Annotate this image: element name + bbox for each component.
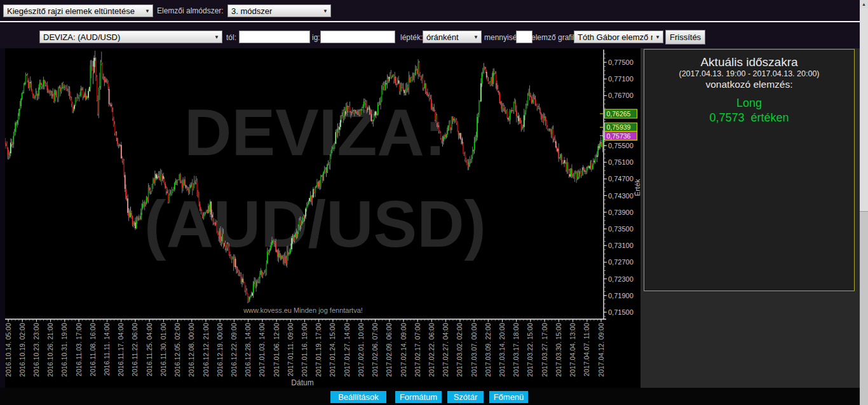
scale-dropdown-value: óránként xyxy=(426,32,459,42)
main-menu-button[interactable]: Főmenü xyxy=(489,391,528,403)
scale-label: lépték: xyxy=(400,33,423,43)
submethod-dropdown-value: 3. módszer xyxy=(231,6,272,16)
y-tick-label: 0,73500 xyxy=(608,225,634,233)
date-from-input[interactable] xyxy=(239,31,310,43)
chevron-down-icon: ▼ xyxy=(145,8,150,14)
x-tick-label: 2017.02.27. 04:00 xyxy=(442,323,449,377)
app-window: Kiegészítő rajzi elemek eltüntetése ▼ El… xyxy=(0,0,868,405)
submethod-dropdown[interactable]: 3. módszer ▼ xyxy=(227,4,331,17)
x-tick-label: 2017.01.27. 14:00 xyxy=(343,323,351,377)
analysis-title: Aktuális időszakra xyxy=(644,55,854,69)
x-tick-label: 2017.02.22. 06:00 xyxy=(428,323,435,377)
date-from-label: tól: xyxy=(226,33,236,43)
x-tick-label: 2017.04.07. 11:00 xyxy=(583,323,590,376)
x-tick-label: 2016.10.14. 05:00 xyxy=(5,323,12,377)
x-tick-label: 2017.03.30. 15:00 xyxy=(555,323,562,377)
x-tick-label: 2017.01.03. 14:00 xyxy=(258,323,266,377)
x-tick-label: 2016.10.19. 02:00 xyxy=(18,323,26,377)
x-tick-label: 2016.12.28. 14:00 xyxy=(244,323,252,377)
x-tick-label: 2017.03.22. 15:00 xyxy=(526,323,534,377)
price-marker-label: 0,75939 xyxy=(607,123,631,131)
scrollbar-thumb[interactable] xyxy=(860,8,868,212)
x-tick-label: 2016.12.19. 00:00 xyxy=(216,323,224,377)
analysis-panel: Aktuális időszakra (2017.04.13. 19:00 - … xyxy=(644,49,855,291)
x-tick-label: 2016.11.03. 17:00 xyxy=(75,323,83,376)
x-tick-label: 2017.04.04. 13:00 xyxy=(569,323,576,377)
quantity-input[interactable] xyxy=(516,31,532,43)
y-tick-label: 0,71900 xyxy=(608,292,634,299)
x-tick-label: 2017.02.06. 07:00 xyxy=(371,323,379,377)
y-tick-label: 0,72700 xyxy=(608,258,634,266)
x-tick-label: 2017.03.17. 18:00 xyxy=(512,323,520,377)
x-tick-label: 2017.01.24. 15:00 xyxy=(329,323,336,377)
y-tick-label: 0,75100 xyxy=(608,158,634,166)
format-button[interactable]: Formátum xyxy=(395,391,442,403)
x-tick-label: 2017.01.19. 17:00 xyxy=(315,323,322,377)
watermark-line-2: (AUD/USD) xyxy=(144,188,486,261)
candlestick-chart-canvas[interactable]: DEVIZA:(AUD/USD)0,775000,771000,767000,7… xyxy=(5,48,641,388)
x-tick-label: 2017.03.14. 20:00 xyxy=(498,323,506,377)
settings-button[interactable]: Beállítások xyxy=(330,391,386,403)
x-tick-label: 2016.11.22. 06:00 xyxy=(131,323,139,376)
drawing-elements-dropdown-value: Kiegészítő rajzi elemek eltüntetése xyxy=(7,6,135,16)
chevron-down-icon: ▼ xyxy=(473,34,478,40)
drawing-elements-dropdown[interactable]: Kiegészítő rajzi elemek eltüntetése ▼ xyxy=(3,4,153,17)
x-tick-label: 2016.12.22. 09:00 xyxy=(230,323,238,377)
watermark-line-1: DEVIZA: xyxy=(184,96,446,169)
x-tick-label: 2016.11.08. 16:00 xyxy=(89,323,97,376)
y-tick-label: 0,75500 xyxy=(608,142,634,149)
x-tick-label: 2017.02.17. 07:00 xyxy=(414,323,421,377)
date-to-label: ig: xyxy=(312,33,320,43)
y-axis-title: Érték xyxy=(634,179,641,196)
x-tick-label: 2016.12.12. 21:00 xyxy=(202,323,210,377)
y-tick-label: 0,72300 xyxy=(608,275,634,283)
date-to-input[interactable] xyxy=(320,31,395,43)
x-tick-label: 2016.11.30. 01:00 xyxy=(159,323,167,376)
chevron-down-icon: ▼ xyxy=(214,34,219,40)
x-axis-title: Dátum xyxy=(291,378,313,387)
x-tick-label: 2016.10.31. 19:00 xyxy=(60,323,68,377)
submethod-label: Elemzői almódszer: xyxy=(157,6,224,16)
chart-svg: DEVIZA:(AUD/USD)0,775000,771000,767000,7… xyxy=(5,48,641,388)
currency-pair-dropdown-value: DEVIZA: (AUD/USD) xyxy=(43,32,120,42)
y-tick-label: 0,77100 xyxy=(608,75,634,83)
y-tick-label: 0,77500 xyxy=(608,58,634,66)
dictionary-button[interactable]: Szótár xyxy=(447,391,484,403)
copyright-text: www.kovess.eu Minden jog fenntartva! xyxy=(243,306,363,314)
x-tick-label: 2017.03.09. 22:00 xyxy=(484,323,492,377)
signal-value: Long xyxy=(644,96,854,111)
x-tick-label: 2017.03.02. 02:00 xyxy=(456,323,463,377)
signal-price: 0,7573 értéken xyxy=(644,111,854,125)
y-tick-label: 0,74700 xyxy=(608,175,634,182)
analyzer-dropdown[interactable]: Tóth Gábor elemző rendsze ▼ xyxy=(574,31,663,43)
y-tick-label: 0,73900 xyxy=(608,209,634,216)
currency-pair-dropdown[interactable]: DEVIZA: (AUD/USD) ▼ xyxy=(39,31,222,43)
scroll-up-arrow-icon[interactable]: ▲ xyxy=(860,0,868,8)
y-tick-label: 0,71500 xyxy=(608,308,634,316)
analysis-subtitle: vonatkozó elemzés: xyxy=(644,79,854,90)
x-tick-label: 2017.01.06. 12:00 xyxy=(273,323,280,377)
refresh-button[interactable]: Frissítés xyxy=(665,30,705,45)
scale-dropdown[interactable]: óránként ▼ xyxy=(423,31,482,43)
x-tick-label: 2016.12.05. 02:00 xyxy=(173,323,181,377)
x-tick-label: 2016.10.26. 21:00 xyxy=(46,323,54,377)
candle-wicks xyxy=(5,51,604,303)
x-tick-label: 2017.02.14. 09:00 xyxy=(400,323,407,377)
x-tick-label: 2017.01.11. 09:00 xyxy=(287,323,294,376)
chevron-down-icon: ▼ xyxy=(655,34,660,40)
x-tick-label: 2016.11.11. 14:00 xyxy=(103,323,111,376)
price-marker-label: 0,76265 xyxy=(607,110,631,118)
x-tick-label: 2016.11.25. 04:00 xyxy=(146,323,153,376)
x-tick-label: 2017.03.07. 00:00 xyxy=(470,323,478,377)
analyzer-dropdown-value: Tóth Gábor elemző rendsze xyxy=(578,32,653,42)
x-tick-label: 2016.11.17. 04:00 xyxy=(117,323,125,376)
x-tick-label: 2017.04.12. 09:00 xyxy=(597,323,605,377)
x-tick-label: 2017.01.16. 19:00 xyxy=(301,323,308,377)
analysis-period: (2017.04.13. 19:00 - 2017.04.13. 20:00) xyxy=(644,69,854,79)
x-tick-label: 2017.03.27. 17:00 xyxy=(541,323,548,377)
y-tick-label: 0,74300 xyxy=(608,192,634,200)
x-tick-label: 2017.02.01. 10:00 xyxy=(357,323,365,377)
price-marker-label: 0,75736 xyxy=(607,132,631,140)
vertical-scrollbar[interactable]: ▲ xyxy=(860,0,868,405)
x-tick-label: 2016.12.08. 00:00 xyxy=(187,323,195,377)
